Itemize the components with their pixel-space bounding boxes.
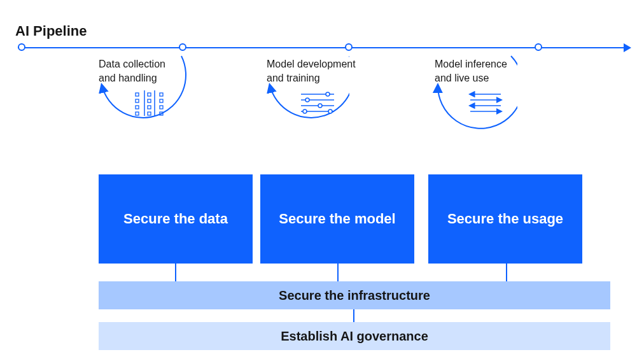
svg-rect-2 [136,93,139,96]
pillar-secure-usage: Secure the usage [428,174,582,264]
svg-rect-10 [160,93,163,96]
loop-arrow-icon [60,47,188,174]
timeline-node [535,43,542,51]
sliders-icon [298,89,337,117]
connector-line [353,309,354,322]
connector-line [175,264,176,281]
svg-rect-9 [148,112,151,115]
page-title: AI Pipeline [15,23,631,39]
mid-connector [13,309,630,322]
connectors-row [13,264,630,281]
svg-rect-7 [148,99,151,102]
svg-point-22 [328,109,332,113]
svg-point-15 [326,92,330,96]
svg-rect-8 [148,106,151,109]
svg-point-21 [303,109,307,113]
stage-usage: Model inference and live use Secure the … [435,53,600,264]
svg-point-17 [305,98,309,102]
matrix-icon [130,89,169,117]
svg-rect-13 [160,112,163,115]
svg-rect-5 [136,112,139,115]
svg-rect-3 [136,99,139,102]
svg-rect-11 [160,99,163,102]
svg-point-19 [318,104,322,108]
layer-infrastructure: Secure the infrastructure [99,281,610,309]
stages-row: Data collection and handling Secure the … [13,53,630,264]
timeline-node [18,43,25,51]
flows-icon [466,89,505,117]
arrowhead-icon [624,43,631,52]
layer-governance: Establish AI governance [99,322,610,350]
svg-rect-12 [160,106,163,109]
svg-rect-4 [136,106,139,109]
connector-line [506,264,507,281]
pillar-secure-data: Secure the data [99,174,253,264]
connector-line [337,264,339,281]
pillar-secure-model: Secure the model [260,174,414,264]
svg-rect-6 [148,93,151,96]
